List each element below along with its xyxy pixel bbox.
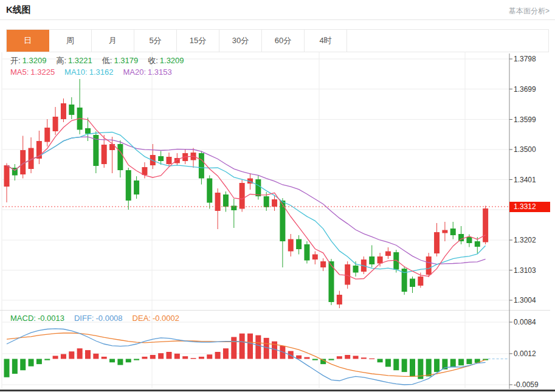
legend-label: 收: xyxy=(148,56,158,65)
price-tick-label: 1.3103 xyxy=(514,266,536,275)
tab-30分[interactable]: 30分 xyxy=(219,30,262,52)
tab-15分[interactable]: 15分 xyxy=(177,30,219,52)
page-title: K线图 xyxy=(6,4,31,16)
legend-value: -0.0008 xyxy=(95,314,122,323)
ohlc-legend: 开:1.3209高:1.3221低:1.3179收:1.3209 xyxy=(10,55,194,66)
chart-scrollbar[interactable] xyxy=(0,390,555,391)
legend-label: MA20: xyxy=(123,67,146,77)
legend-label: MA10: xyxy=(64,67,88,77)
legend-value: -0.0002 xyxy=(153,314,179,323)
widget-header: K线图 基本面分析> xyxy=(0,0,555,20)
legend-label: MACD: xyxy=(10,314,36,323)
legend-value: 1.3221 xyxy=(68,56,92,65)
kline-chart-area: 开:1.3209高:1.3221低:1.3179收:1.3209 MA5:1.3… xyxy=(0,52,555,392)
macd-tick-label: -0.0059 xyxy=(514,380,539,389)
macd-legend: MACD:-0.0013DIFF:-0.0008DEA:-0.0002 xyxy=(10,314,189,323)
macd-axis-line xyxy=(509,310,512,389)
current-price-badge: 1.3312 xyxy=(509,202,550,212)
legend-value: 1.3179 xyxy=(114,56,138,65)
interval-tab-bar: 日周月5分15分30分60分4时 xyxy=(6,29,549,52)
candles-group xyxy=(4,79,489,308)
candlestick-panel[interactable] xyxy=(0,52,555,310)
price-tick-label: 1.3699 xyxy=(514,85,536,94)
tab-5分[interactable]: 5分 xyxy=(134,30,177,52)
tab-60分[interactable]: 60分 xyxy=(262,30,305,52)
tab-4时[interactable]: 4时 xyxy=(305,30,347,52)
legend-label: 开: xyxy=(10,56,21,65)
ma10-line xyxy=(7,132,486,273)
tab-周[interactable]: 周 xyxy=(49,30,92,52)
tab-日[interactable]: 日 xyxy=(7,30,49,52)
legend-value: 1.3225 xyxy=(30,67,55,77)
legend-value: 1.3209 xyxy=(22,56,47,65)
legend-label: 低: xyxy=(102,56,112,65)
ma5-line xyxy=(7,119,486,279)
fundamental-analysis-link[interactable]: 基本面分析> xyxy=(509,6,550,16)
legend-label: 高: xyxy=(56,56,66,65)
macd-tick-label: 0.0012 xyxy=(514,349,536,358)
price-tick-label: 1.3500 xyxy=(514,145,536,154)
price-tick-label: 1.3401 xyxy=(514,176,536,184)
price-tick-label: 1.3599 xyxy=(514,115,536,124)
ma20-line xyxy=(7,137,486,264)
macd-histogram xyxy=(4,334,489,379)
legend-label: DIFF: xyxy=(74,314,94,323)
price-tick-label: 1.3004 xyxy=(514,296,536,304)
price-tick-label: 1.3798 xyxy=(514,55,536,63)
legend-label: DEA: xyxy=(133,314,151,323)
legend-label: MA5: xyxy=(10,67,29,77)
macd-tick-label: 0.0084 xyxy=(514,318,536,326)
price-axis-line xyxy=(509,53,512,310)
tab-月[interactable]: 月 xyxy=(92,30,134,52)
legend-value: 1.3153 xyxy=(148,67,172,77)
legend-value: 1.3162 xyxy=(89,67,114,77)
ma-legend: MA5:1.3225MA10:1.3162MA20:1.3153 xyxy=(10,67,182,77)
legend-value: -0.0013 xyxy=(38,314,64,323)
price-tick-label: 1.3202 xyxy=(514,236,536,244)
legend-value: 1.3209 xyxy=(160,56,184,65)
